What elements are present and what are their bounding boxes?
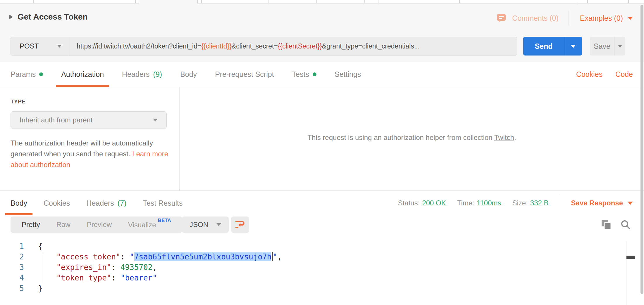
- auth-help-text: The authorization header will be automat…: [11, 138, 174, 170]
- response-tab-test-results[interactable]: Test Results: [143, 191, 182, 215]
- view-mode-group: PrettyRawPreviewVisualizeBETA: [11, 216, 182, 233]
- save-button[interactable]: Save: [590, 37, 625, 56]
- tab-count-badge: (9): [153, 70, 162, 79]
- code-text: "expires_in": 4935702,: [24, 262, 157, 273]
- workspace-tab-strip[interactable]: [0, 0, 644, 4]
- helper-suffix: .: [514, 134, 516, 141]
- code-token: 4935702: [120, 263, 153, 272]
- editor-scrollbar-thumb[interactable]: [626, 256, 635, 259]
- format-dropdown[interactable]: JSON: [182, 216, 229, 233]
- tab-label: Settings: [335, 70, 361, 79]
- green-dot-badge: [39, 72, 43, 76]
- wrap-text-button[interactable]: [231, 216, 249, 233]
- send-options-button[interactable]: [564, 45, 582, 48]
- comments-label: Comments (0): [512, 14, 558, 22]
- code-token: "bearer": [120, 273, 157, 282]
- helper-prefix: This request is using an authorization h…: [307, 134, 494, 141]
- code-line: 3 "expires_in": 4935702,: [0, 262, 624, 273]
- postman-app: Get Access Token Comments (0) Examples (…: [0, 0, 644, 305]
- tab-separator: [316, 0, 317, 4]
- search-icon: [620, 219, 631, 230]
- response-tab-headers[interactable]: Headers(7): [86, 191, 126, 215]
- time-value: 1100ms: [477, 199, 501, 207]
- tab-separator: [364, 0, 365, 4]
- examples-dropdown[interactable]: Examples (0): [569, 14, 633, 22]
- view-mode-visualize[interactable]: VisualizeBETA: [120, 220, 179, 229]
- code-token: ": [273, 252, 277, 261]
- authorization-panel: TYPE Inherit auth from parent The author…: [0, 87, 644, 190]
- chevron-down-icon: [216, 223, 221, 226]
- tab-pre-request-script[interactable]: Pre-request Script: [215, 62, 274, 87]
- request-title[interactable]: Get Access Token: [18, 12, 88, 22]
- code-token: :: [111, 263, 120, 272]
- code-line: 2 "access_token": "7sab65flvn5e5um2blxou…: [0, 252, 624, 262]
- save-options-button[interactable]: [614, 45, 625, 48]
- code-link[interactable]: Code: [615, 70, 633, 79]
- code-token: "access_token": [56, 252, 120, 261]
- tab-separator: [577, 0, 577, 4]
- tab-label: Authorization: [61, 70, 104, 79]
- url-input[interactable]: https://id.twitch.tv/oauth2/token?client…: [69, 42, 420, 50]
- response-tab-cookies[interactable]: Cookies: [44, 191, 70, 215]
- view-mode-raw[interactable]: Raw: [48, 221, 79, 229]
- cookies-link[interactable]: Cookies: [576, 70, 602, 79]
- auth-helper-message: This request is using an authorization h…: [307, 134, 516, 143]
- tab-separator: [135, 0, 136, 4]
- line-number: 3: [0, 262, 24, 273]
- url-segment-plain: &client_secret=: [232, 42, 278, 50]
- collapse-triangle-icon[interactable]: [9, 15, 13, 19]
- wrap-text-icon: [235, 220, 245, 229]
- url-segment-plain: &grant_type=client_credentials...: [322, 42, 420, 50]
- response-tab-body[interactable]: Body: [11, 191, 27, 215]
- indent-guide: [43, 253, 43, 283]
- auth-type-value: Inherit auth from parent: [20, 116, 92, 124]
- tab-separator: [628, 0, 629, 4]
- search-response-button[interactable]: [620, 219, 631, 230]
- tab-label: Body: [180, 70, 197, 79]
- request-header: Get Access Token Comments (0) Examples (…: [0, 4, 644, 62]
- code-token: ,: [277, 252, 282, 261]
- view-mode-pretty[interactable]: Pretty: [13, 221, 48, 229]
- code-token: }: [38, 284, 43, 293]
- tab-headers[interactable]: Headers(9): [122, 62, 162, 87]
- chevron-down-icon: [571, 45, 576, 48]
- beta-badge: BETA: [158, 218, 171, 223]
- collection-link[interactable]: Twitch: [494, 134, 514, 141]
- copy-response-button[interactable]: [601, 219, 612, 230]
- send-button[interactable]: Send: [523, 37, 582, 56]
- code-token: "token_type": [56, 273, 111, 282]
- line-number: 4: [0, 273, 24, 283]
- code-text: {: [24, 241, 43, 252]
- response-body-editor[interactable]: 1{2 "access_token": "7sab65flvn5e5um2blx…: [0, 241, 624, 294]
- tab-params[interactable]: Params: [11, 62, 43, 87]
- chevron-down-icon: [628, 202, 633, 205]
- tab-separator: [268, 0, 268, 4]
- tab-label: Body: [11, 199, 27, 207]
- tab-label: Test Results: [143, 199, 182, 207]
- green-dot-badge: [313, 72, 316, 76]
- response-section: BodyCookiesHeaders(7)Test Results Status…: [0, 190, 644, 305]
- save-response-button[interactable]: Save Response: [571, 199, 633, 207]
- comments-button[interactable]: Comments (0): [496, 13, 568, 24]
- tab-separator: [587, 0, 588, 4]
- method-dropdown[interactable]: POST: [11, 42, 69, 50]
- copy-icon: [601, 219, 612, 230]
- size-metric: Size:332 B: [512, 199, 549, 207]
- chevron-down-icon: [618, 45, 622, 48]
- status-metric: Status:200 OK: [398, 199, 446, 207]
- window-scrollbar[interactable]: [640, 5, 643, 294]
- tab-authorization[interactable]: Authorization: [61, 62, 104, 87]
- tab-label: Params: [11, 70, 36, 79]
- status-label: Status:: [398, 199, 420, 207]
- code-token: :: [111, 273, 120, 282]
- view-mode-preview[interactable]: Preview: [79, 221, 120, 229]
- tab-tests[interactable]: Tests: [292, 62, 316, 87]
- send-label: Send: [523, 42, 564, 51]
- tab-body[interactable]: Body: [180, 62, 197, 87]
- tab-label: Tests: [292, 70, 309, 79]
- request-tabs-row: ParamsAuthorizationHeaders(9)BodyPre-req…: [0, 62, 644, 87]
- tab-separator: [378, 0, 378, 4]
- tab-separator: [33, 0, 34, 4]
- auth-type-select[interactable]: Inherit auth from parent: [11, 111, 167, 129]
- tab-settings[interactable]: Settings: [335, 62, 361, 87]
